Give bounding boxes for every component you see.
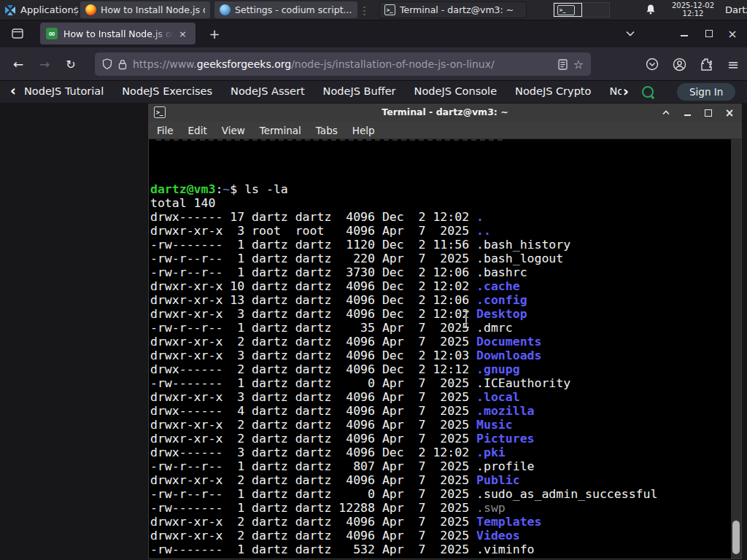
terminal-menu-help[interactable]: Help (345, 125, 382, 136)
terminal-window: >_ Terminal - dartz@vm3: ~ × FileEditVie… (147, 103, 743, 560)
pocket-icon[interactable] (644, 56, 660, 72)
terminal-line: -rw-r--r-- 1 dartz dartz 35 Apr 7 2025 .… (150, 321, 731, 335)
terminal-line: drwxr-xr-x 2 dartz dartz 4096 Apr 7 2025… (150, 515, 731, 529)
terminal-line: drwx------ 17 dartz dartz 4096 Dec 2 12:… (150, 210, 731, 224)
taskbar-button-terminal[interactable]: >_Terminal - dartz@vm3: ~ (379, 1, 527, 18)
navigation-toolbar: ← → ↻ https://www.geeksforgeeks.org/node… (0, 47, 747, 81)
terminal-line: drwxr-xr-x 3 root root 4096 Apr 7 2025 .… (150, 224, 731, 238)
terminal-line: -rw------- 1 dartz dartz 12288 Apr 7 202… (150, 501, 731, 515)
clock[interactable]: 2025-12-02 12:12 (665, 2, 721, 18)
sign-in-button[interactable]: Sign In (677, 83, 735, 101)
reload-button[interactable]: ↻ (61, 55, 80, 74)
url-bar[interactable]: https://www.geeksforgeeks.org/node-js/in… (95, 52, 591, 76)
terminal-output[interactable]: dartz@vm3:~$ ls -latotal 140drwx------ 1… (149, 139, 731, 559)
list-all-tabs-button[interactable] (622, 26, 639, 42)
mouse-cursor-ibeam (460, 309, 472, 330)
terminal-menu-tabs[interactable]: Tabs (309, 125, 345, 136)
codium-icon (220, 4, 231, 15)
taskbar-button-codium[interactable]: Settings - codium script... (214, 1, 357, 18)
workspace-switcher[interactable]: >_ (553, 2, 610, 18)
clipped-scrollback-line (156, 139, 506, 141)
terminal-line: drwxr-xr-x 2 dartz dartz 4096 Apr 7 2025… (150, 432, 731, 446)
maximize-icon (705, 109, 712, 117)
bookmark-star-icon[interactable]: ☆ (573, 58, 584, 71)
terminal-line: -rw------- 1 dartz dartz 532 Apr 7 2025 … (150, 542, 731, 556)
terminal-menu-view[interactable]: View (214, 125, 252, 136)
xfce-logo-icon (4, 4, 16, 16)
terminal-scrollbar[interactable] (731, 139, 741, 559)
terminal-menu-file[interactable]: File (150, 125, 181, 136)
extensions-puzzle-icon[interactable] (698, 56, 714, 72)
terminal-maximize-button[interactable] (703, 108, 713, 118)
search-icon[interactable] (642, 86, 654, 98)
terminal-mini-window-icon: >_ (557, 5, 575, 15)
browser-tab[interactable]: ∞ How to Install Node.js on × (40, 23, 196, 44)
subnav-link[interactable]: NodeJS Tutorial (24, 85, 104, 97)
firefox-icon (85, 4, 96, 15)
tab-close-icon[interactable]: × (176, 28, 190, 40)
window-close-button[interactable]: × (724, 26, 741, 42)
reader-mode-icon[interactable] (558, 59, 568, 70)
terminal-window-controls: × (661, 104, 735, 122)
terminal-minimize-button[interactable] (682, 108, 692, 118)
taskbar-button-label: Terminal - dartz@vm3: ~ (400, 4, 514, 15)
terminal-line: drwxrwxr-x 4 dartz dartz 4096 Dec 2 12:0… (150, 556, 731, 559)
terminal-title: Terminal - dartz@vm3: ~ (148, 106, 742, 117)
subnav-link[interactable]: NodeJS Console (414, 85, 498, 97)
menu-hamburger-icon[interactable]: ≡ (725, 56, 741, 72)
terminal-line: -rw-r--r-- 1 dartz dartz 807 Apr 7 2025 … (150, 459, 731, 473)
geeksforgeeks-favicon: ∞ (46, 28, 58, 39)
workspace-active[interactable]: >_ (554, 3, 582, 17)
terminal-line: drwxr-xr-x 3 dartz dartz 4096 Dec 2 12:0… (150, 307, 731, 321)
terminal-line: drwxr-xr-x 13 dartz dartz 4096 Dec 2 12:… (150, 293, 731, 307)
workspace-2[interactable] (582, 3, 609, 17)
clock-time: 12:12 (665, 10, 721, 18)
terminal-shade-button[interactable] (661, 108, 671, 118)
top-panel: Applications How to Install Node.js o...… (0, 0, 747, 20)
terminal-menu-edit[interactable]: Edit (181, 125, 214, 136)
page-subnav: ‹ NodeJS TutorialNodeJS ExercisesNodeJS … (0, 81, 747, 103)
tracking-shield-icon[interactable] (102, 58, 112, 70)
lock-icon[interactable] (118, 59, 127, 70)
forward-button[interactable]: → (35, 55, 54, 74)
panel-separator (75, 4, 77, 15)
account-icon[interactable] (671, 56, 687, 72)
terminal-menu-terminal[interactable]: Terminal (252, 125, 309, 136)
window-maximize-button[interactable] (700, 26, 718, 42)
terminal-line: drwx------ 3 dartz dartz 4096 Dec 2 12:0… (150, 446, 731, 459)
terminal-line: drwxr-xr-x 3 dartz dartz 4096 Apr 7 2025… (150, 390, 731, 404)
user-menu[interactable]: Dartz (725, 4, 747, 15)
terminal-titlebar[interactable]: >_ Terminal - dartz@vm3: ~ × (148, 104, 742, 122)
subnav-link[interactable]: NodeJS Assert (231, 85, 305, 97)
terminal-icon: >_ (384, 4, 395, 15)
back-button[interactable]: ← (9, 55, 28, 74)
firefox-view-button[interactable] (9, 26, 26, 42)
terminal-menubar: FileEditViewTerminalTabsHelp (148, 122, 742, 139)
notification-bell-icon[interactable] (645, 4, 657, 16)
terminal-line: -rw-r--r-- 1 dartz dartz 3730 Dec 2 12:0… (150, 265, 731, 279)
applications-menu[interactable]: Applications (4, 0, 78, 20)
taskbar-button-firefox[interactable]: How to Install Node.js o... (80, 1, 210, 18)
subnav-link[interactable]: NodeJS Buffer (323, 85, 396, 97)
terminal-line: -rw-r--r-- 1 dartz dartz 220 Apr 7 2025 … (150, 252, 731, 265)
applications-label: Applications (20, 4, 78, 15)
scrollbar-thumb[interactable] (732, 521, 740, 554)
minimize-icon (684, 114, 691, 116)
terminal-line: total 140 (150, 196, 731, 210)
subnav-link[interactable]: NodeJS Crypto (515, 85, 591, 97)
terminal-line: drwx------ 2 dartz dartz 4096 Dec 2 12:1… (150, 362, 731, 376)
terminal-line: drwxr-xr-x 3 dartz dartz 4096 Dec 2 12:0… (150, 349, 731, 362)
terminal-line: drwx------ 4 dartz dartz 4096 Apr 7 2025… (150, 404, 731, 418)
new-tab-button[interactable]: + (206, 25, 223, 42)
subnav-scroll-right-icon[interactable]: › (622, 83, 630, 99)
window-minimize-button[interactable] (676, 26, 693, 42)
toolbar-right-icons: ≡ (644, 55, 741, 74)
subnav-scroll-left-icon[interactable]: ‹ (10, 82, 16, 98)
terminal-line: drwxr-xr-x 2 dartz dartz 4096 Apr 7 2025… (150, 335, 731, 349)
desktop: Applications How to Install Node.js o...… (0, 0, 747, 560)
subnav-link[interactable]: NodeJS Exercises (122, 85, 212, 97)
url-text: https://www.geeksforgeeks.org/node-js/in… (133, 58, 495, 70)
terminal-line: drwxr-xr-x 2 dartz dartz 4096 Apr 7 2025… (150, 529, 731, 542)
terminal-close-button[interactable]: × (724, 108, 735, 118)
taskbar: How to Install Node.js o...Settings - co… (80, 1, 527, 18)
